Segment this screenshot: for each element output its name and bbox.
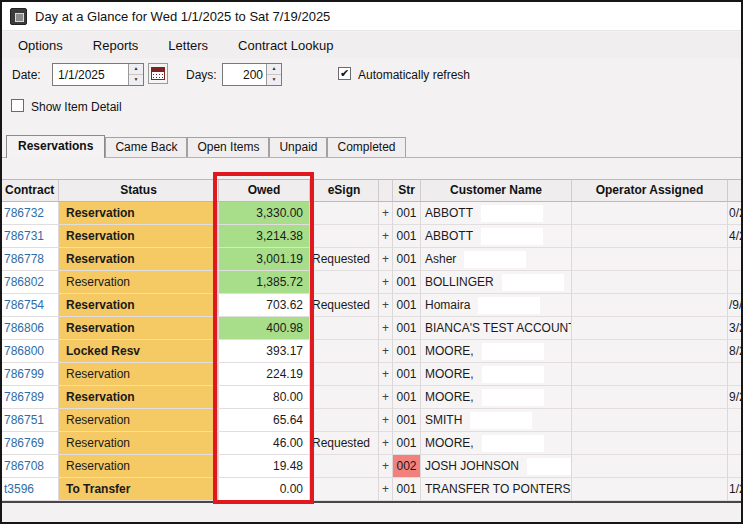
contract-number-link[interactable]: t3596 [2, 478, 59, 501]
operator-assigned-cell [572, 340, 728, 363]
menu-item-reports[interactable]: Reports [93, 38, 139, 53]
tab-came-back[interactable]: Came Back [105, 137, 187, 157]
column-header-operator-assigned[interactable]: Operator Assigned [572, 179, 728, 202]
column-header-esign[interactable]: eSign [310, 179, 379, 202]
column-header-extra[interactable] [728, 179, 743, 202]
grid-bottom-border [2, 501, 743, 503]
days-spinner[interactable]: ▲▼ [266, 64, 281, 85]
contract-number-link[interactable]: 786708 [2, 455, 59, 478]
clipped-date-cell: 1/2 [728, 478, 743, 501]
spin-down-icon[interactable]: ▼ [267, 75, 281, 85]
redaction-patch [470, 412, 532, 429]
store-cell: 001 [393, 409, 421, 432]
esign-cell [310, 363, 379, 386]
contract-number-link[interactable]: 786732 [2, 202, 59, 225]
days-value: 200 [223, 68, 266, 82]
owed-cell: 3,330.00 [219, 202, 310, 225]
calendar-button[interactable] [148, 63, 168, 84]
expand-row-button[interactable]: + [379, 432, 393, 455]
column-header-contract[interactable]: Contract [2, 179, 59, 202]
expand-row-button[interactable]: + [379, 271, 393, 294]
customer-name-cell: JOSH JOHNSON [421, 455, 572, 478]
expand-row-button[interactable]: + [379, 294, 393, 317]
contract-number-link[interactable]: 786769 [2, 432, 59, 455]
expand-row-button[interactable]: + [379, 386, 393, 409]
contract-number-link[interactable]: 786802 [2, 271, 59, 294]
operator-assigned-cell [572, 478, 728, 501]
operator-assigned-cell [572, 363, 728, 386]
tab-strip: ReservationsCame BackOpen ItemsUnpaidCom… [2, 135, 741, 158]
spin-up-icon[interactable]: ▲ [129, 64, 143, 75]
column-header-status[interactable]: Status [59, 179, 219, 202]
column-header-str[interactable]: Str [393, 179, 421, 202]
contract-number-link[interactable]: 786799 [2, 363, 59, 386]
contract-number-link[interactable]: 786754 [2, 294, 59, 317]
menu-item-letters[interactable]: Letters [168, 38, 208, 53]
status-cell: Reservation [59, 432, 219, 455]
spin-up-icon[interactable]: ▲ [267, 64, 281, 75]
owed-cell: 400.98 [219, 317, 310, 340]
operator-assigned-cell [572, 432, 728, 455]
expand-row-button[interactable]: + [379, 225, 393, 248]
expand-row-button[interactable]: + [379, 317, 393, 340]
days-input[interactable]: 200 ▲▼ [222, 63, 282, 86]
status-cell: Reservation [59, 225, 219, 248]
clipped-date-cell [728, 271, 743, 294]
customer-name: BIANCA'S TEST ACCOUNT [425, 317, 572, 339]
spin-down-icon[interactable]: ▼ [129, 75, 143, 85]
table-row: 786731Reservation3,214.38+001ABBOTT4/2 [2, 225, 743, 248]
clipped-date-cell [728, 409, 743, 432]
customer-name-cell: MOORE, [421, 432, 572, 455]
customer-name: JOSH JOHNSON [425, 455, 519, 477]
contract-number-link[interactable]: 786731 [2, 225, 59, 248]
expand-row-button[interactable]: + [379, 409, 393, 432]
expand-row-button[interactable]: + [379, 248, 393, 271]
show-item-detail-checkbox[interactable] [11, 99, 24, 112]
owed-cell: 0.00 [219, 478, 310, 501]
contract-number-link[interactable]: 786806 [2, 317, 59, 340]
tab-open-items[interactable]: Open Items [187, 137, 269, 157]
column-header-customer-name[interactable]: Customer Name [421, 179, 572, 202]
customer-name-cell: MOORE, [421, 386, 572, 409]
redaction-patch [464, 251, 526, 268]
contract-number-link[interactable]: 786778 [2, 248, 59, 271]
clipped-date-cell [728, 432, 743, 455]
date-spinner[interactable]: ▲▼ [128, 64, 143, 85]
expand-row-button[interactable]: + [379, 363, 393, 386]
redaction-patch [527, 458, 572, 475]
column-header-owed[interactable]: Owed [219, 179, 310, 202]
auto-refresh-checkbox[interactable] [338, 67, 351, 80]
contract-number-link[interactable]: 786751 [2, 409, 59, 432]
menu-item-options[interactable]: Options [18, 38, 63, 53]
clipped-date-cell: 8/2 [728, 340, 743, 363]
owed-cell: 1,385.72 [219, 271, 310, 294]
expand-row-button[interactable]: + [379, 478, 393, 501]
column-header-plus[interactable] [379, 179, 393, 202]
esign-cell [310, 340, 379, 363]
tab-unpaid[interactable]: Unpaid [269, 137, 327, 157]
store-cell: 001 [393, 386, 421, 409]
customer-name: SMITH [425, 409, 462, 431]
contract-number-link[interactable]: 786800 [2, 340, 59, 363]
operator-assigned-cell [572, 202, 728, 225]
redaction-patch [481, 205, 543, 222]
tab-completed[interactable]: Completed [327, 137, 405, 157]
table-row: 786806Reservation400.98+001BIANCA'S TEST… [2, 317, 743, 340]
clipped-date-cell [728, 363, 743, 386]
esign-cell [310, 271, 379, 294]
esign-cell: Requested [310, 432, 379, 455]
tab-reservations[interactable]: Reservations [6, 135, 105, 158]
menu-item-contract-lookup[interactable]: Contract Lookup [238, 38, 333, 53]
days-label: Days: [186, 68, 217, 82]
controls-panel: Date: 1/1/2025 ▲▼ Days: 200 ▲▼ Automatic… [2, 58, 741, 135]
customer-name: MOORE, [425, 363, 474, 385]
expand-row-button[interactable]: + [379, 340, 393, 363]
contract-number-link[interactable]: 786789 [2, 386, 59, 409]
status-cell: Reservation [59, 271, 219, 294]
expand-row-button[interactable]: + [379, 455, 393, 478]
customer-name: TRANSFER TO PONTERS UNIT [425, 478, 572, 500]
expand-row-button[interactable]: + [379, 202, 393, 225]
customer-name: Homaira [425, 294, 470, 316]
date-input[interactable]: 1/1/2025 ▲▼ [52, 63, 144, 86]
operator-assigned-cell [572, 271, 728, 294]
